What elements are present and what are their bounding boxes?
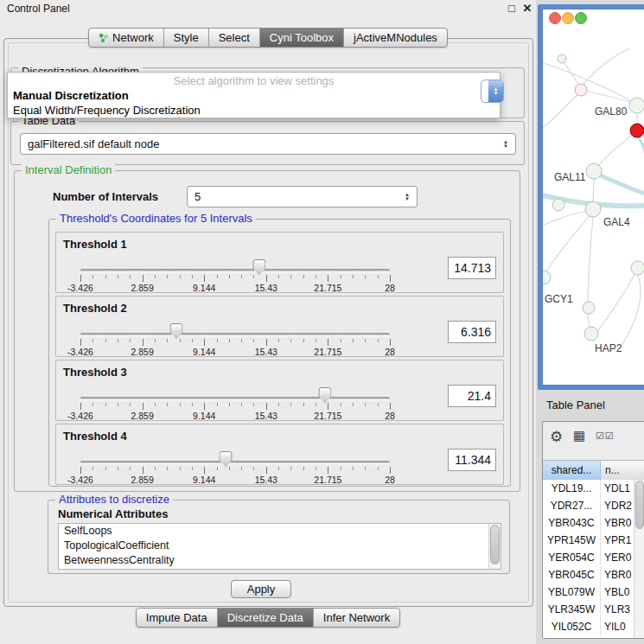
column-header-name[interactable]: n... [601, 461, 644, 480]
tick-mark [130, 339, 131, 342]
table-row[interactable]: YBL079WYBL0 [543, 583, 634, 601]
tab-style[interactable]: Style [163, 29, 208, 47]
slider-thumb[interactable] [169, 323, 182, 339]
threshold-value-field[interactable]: 6.316 [448, 321, 496, 343]
tab-infer-network[interactable]: Infer Network [313, 609, 399, 627]
attribute-list-item[interactable]: SelfLoops [59, 524, 501, 539]
threshold-value-field[interactable]: 21.4 [448, 385, 496, 407]
tab-jactivemnodules[interactable]: jActiveMNodules [343, 29, 447, 47]
gear-icon[interactable]: ⚙ [550, 428, 563, 446]
tick-label: 15.43 [255, 347, 277, 357]
table-row[interactable]: YER054CYER0 [543, 549, 634, 566]
tick-mark [365, 339, 366, 342]
tick-mark [353, 403, 354, 406]
node[interactable] [583, 302, 595, 314]
cell-shared-name[interactable]: YDL19... [543, 480, 601, 497]
threshold-value-field[interactable]: 11.344 [448, 449, 496, 471]
attributes-scrollbar[interactable] [488, 524, 501, 569]
scrollbar-thumb[interactable] [490, 525, 500, 564]
network-canvas[interactable]: GAL80 GAL11 GAL4 GCY1 HAP2 [543, 10, 644, 385]
cell-name[interactable]: YPR1 [601, 532, 634, 549]
node-gal80[interactable] [629, 98, 644, 113]
table-row[interactable]: YDL19...YDL1 [543, 480, 634, 497]
algorithm-combobox-button[interactable]: ▲▼ [481, 80, 504, 103]
cell-shared-name[interactable]: YPR145W [543, 532, 601, 549]
tick-mark [316, 275, 316, 278]
tab-network[interactable]: Network [89, 29, 163, 47]
tab-discretize-data[interactable]: Discretize Data [217, 609, 313, 627]
minimize-traffic-light-icon[interactable] [562, 12, 574, 24]
slider-thumb[interactable] [252, 259, 265, 275]
tab-cyni-toolbox[interactable]: Cyni Toolbox [259, 29, 343, 47]
tick-mark [155, 339, 156, 342]
tick-mark [92, 339, 93, 342]
tick-label: 9.144 [193, 347, 215, 357]
popup-option-manual-discretization[interactable]: Manual Discretization [8, 88, 500, 103]
column-header-shared-name[interactable]: shared... [543, 461, 601, 480]
close-traffic-light-icon[interactable] [549, 12, 561, 24]
node-hap2[interactable] [584, 327, 598, 341]
close-panel-icon[interactable]: ✕ [520, 2, 534, 15]
cell-name[interactable]: YBR0 [601, 514, 634, 532]
cell-shared-name[interactable]: YDR27... [543, 497, 601, 514]
zoom-traffic-light-icon[interactable] [575, 12, 587, 24]
table-row[interactable]: YBR045CYBR0 [543, 566, 634, 583]
threshold-slider[interactable]: -3.4262.8599.14415.4321.71528 [80, 258, 390, 291]
node-gal11[interactable] [586, 163, 602, 179]
threshold-slider[interactable]: -3.4262.8599.14415.4321.71528 [80, 386, 390, 419]
cell-shared-name[interactable]: YLR345W [543, 601, 601, 618]
apply-button[interactable]: Apply [231, 580, 291, 598]
table-row[interactable]: YPR145WYPR1 [543, 532, 634, 549]
tick-mark [155, 403, 156, 406]
float-window-icon[interactable]: □ [505, 2, 519, 15]
node[interactable] [631, 261, 644, 275]
attribute-list-item[interactable]: BetweennessCentrality [59, 553, 501, 568]
cell-name[interactable]: YDR2 [601, 497, 634, 514]
tab-select[interactable]: Select [208, 29, 259, 47]
table-row[interactable]: YBR043CYBR0 [543, 514, 634, 532]
tick-mark [105, 403, 106, 406]
node[interactable] [552, 199, 564, 211]
tick-mark [80, 467, 81, 474]
table-data-combobox[interactable]: galFiltered.sif default node ▲▼ [20, 133, 516, 155]
cell-shared-name[interactable]: YBR045C [543, 566, 601, 583]
cell-shared-name[interactable]: YBL079W [543, 583, 601, 601]
cell-name[interactable]: YLR3 [601, 601, 634, 618]
scrollbar-thumb[interactable] [635, 481, 644, 529]
num-intervals-combobox[interactable]: 5 ▲▼ [187, 186, 418, 207]
cell-name[interactable]: YDL1 [601, 480, 634, 497]
tick-mark [266, 403, 267, 410]
tick-mark [217, 403, 218, 406]
attribute-list-item[interactable]: TopologicalCoefficient [59, 539, 501, 553]
table-scrollbar[interactable] [634, 480, 644, 638]
threshold-slider[interactable]: -3.4262.8599.14415.4321.71528 [80, 450, 390, 483]
table-row[interactable]: YIL052CYIL0 [543, 618, 634, 635]
cell-shared-name[interactable]: YBR043C [543, 514, 601, 532]
cell-name[interactable]: YBL0 [601, 583, 634, 601]
node-selected-red[interactable] [630, 124, 644, 137]
select-checkboxes-icon[interactable]: ☑☑ [596, 430, 615, 442]
slider-thumb[interactable] [220, 451, 233, 467]
node[interactable] [575, 84, 587, 96]
table-rows: YDL19...YDL1YDR27...YDR2YBR043CYBR0YPR14… [543, 480, 634, 638]
popup-option-equal-width-frequency[interactable]: Equal Width/Frequency Discretization [8, 103, 500, 118]
threshold-value-field[interactable]: 14.713 [448, 257, 496, 279]
node[interactable] [558, 54, 566, 63]
cell-shared-name[interactable]: YER054C [543, 549, 601, 566]
node-gcy1[interactable] [543, 271, 551, 284]
cell-name[interactable]: YIL0 [601, 618, 634, 635]
tick-mark [278, 275, 279, 278]
cell-name[interactable]: YBR0 [601, 566, 634, 583]
slider-thumb[interactable] [318, 387, 331, 403]
tick-mark [378, 339, 379, 342]
tick-mark [241, 467, 242, 470]
node-gal4[interactable] [585, 201, 601, 217]
table-row[interactable]: YLR345WYLR3 [543, 601, 634, 618]
columns-icon[interactable]: ▦ [573, 428, 585, 443]
tick-mark [155, 467, 156, 470]
cell-shared-name[interactable]: YIL052C [543, 618, 601, 635]
cell-name[interactable]: YER0 [601, 549, 634, 566]
table-row[interactable]: YDR27...YDR2 [543, 497, 634, 514]
threshold-slider[interactable]: -3.4262.8599.14415.4321.71528 [80, 322, 390, 355]
tab-impute-data[interactable]: Impute Data [137, 609, 217, 627]
